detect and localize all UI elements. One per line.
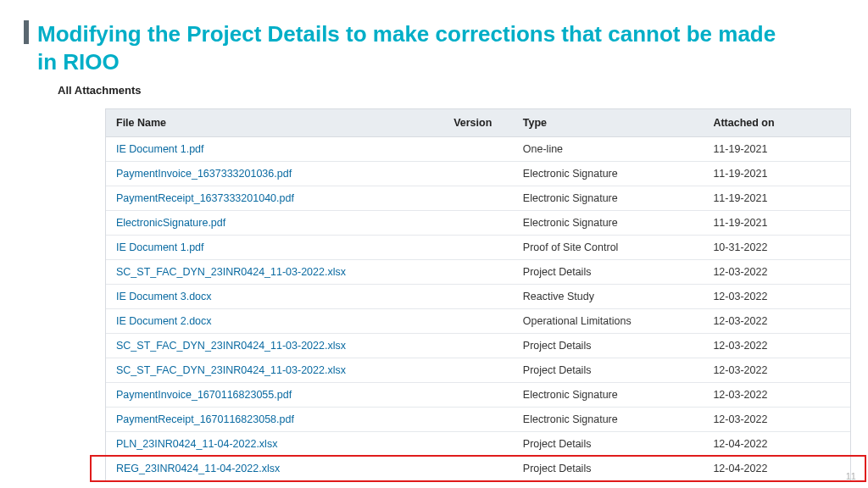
cell-version [443, 457, 513, 481]
file-link[interactable]: IE Document 1.pdf [116, 143, 204, 155]
table-row: SC_ST_FAC_DYN_23INR0424_11-03-2022.xlsxP… [106, 358, 850, 383]
cell-type: Electronic Signature [513, 162, 704, 186]
file-link[interactable]: SC_ST_FAC_DYN_23INR0424_11-03-2022.xlsx [116, 340, 346, 352]
cell-date: 11-19-2021 [703, 137, 850, 162]
col-header-file-name: File Name [106, 109, 443, 137]
file-link[interactable]: PLN_23INR0424_11-04-2022.xlsx [116, 438, 277, 450]
table-row: ElectronicSignature.pdfElectronic Signat… [106, 211, 850, 236]
table-row: IE Document 1.pdfProof of Site Control10… [106, 236, 850, 260]
title-accent-bar [24, 20, 29, 44]
table-row: SC_ST_FAC_DYN_23INR0424_11-03-2022.xlsxP… [106, 260, 850, 285]
page-number: 11 [846, 471, 856, 481]
cell-type: Electronic Signature [513, 408, 704, 432]
file-link[interactable]: SC_ST_FAC_DYN_23INR0424_11-03-2022.xlsx [116, 266, 346, 278]
cell-type: Reactive Study [513, 285, 704, 309]
cell-date: 12-03-2022 [703, 260, 850, 285]
cell-date: 12-03-2022 [703, 408, 850, 432]
cell-type: Proof of Site Control [513, 236, 704, 260]
file-link[interactable]: ElectronicSignature.pdf [116, 217, 225, 229]
table-row: IE Document 1.pdfOne-line11-19-2021 [106, 137, 850, 162]
cell-date: 12-03-2022 [703, 285, 850, 309]
cell-version [443, 211, 513, 236]
file-link[interactable]: PaymentReceipt_1637333201040.pdf [116, 192, 294, 204]
cell-date: 11-19-2021 [703, 211, 850, 236]
cell-version [443, 137, 513, 162]
file-link[interactable]: PaymentInvoice_1670116823055.pdf [116, 389, 292, 401]
cell-version [443, 162, 513, 186]
table-row: PLN_23INR0424_11-04-2022.xlsxProject Det… [106, 432, 850, 457]
table-row: IE Document 2.docxOperational Limitation… [106, 309, 850, 334]
cell-date: 12-03-2022 [703, 334, 850, 358]
col-header-attached-on: Attached on [703, 109, 850, 137]
cell-date: 12-03-2022 [703, 358, 850, 383]
cell-type: Electronic Signature [513, 186, 704, 211]
table-row: PaymentReceipt_1637333201040.pdfElectron… [106, 186, 850, 211]
table-row: PaymentInvoice_1670116823055.pdfElectron… [106, 383, 850, 408]
cell-type: Electronic Signature [513, 383, 704, 408]
cell-type: Project Details [513, 260, 704, 285]
table-row: PaymentInvoice_1637333201036.pdfElectron… [106, 162, 850, 186]
cell-version [443, 334, 513, 358]
cell-type: Project Details [513, 334, 704, 358]
section-label: All Attachments [58, 84, 141, 97]
cell-version [443, 260, 513, 285]
cell-type: Project Details [513, 432, 704, 457]
col-header-type: Type [513, 109, 704, 137]
cell-type: Electronic Signature [513, 211, 704, 236]
page-title: Modifying the Project Details to make co… [37, 20, 800, 75]
cell-version [443, 285, 513, 309]
cell-date: 12-03-2022 [703, 383, 850, 408]
table-row: REG_23INR0424_11-04-2022.xlsxProject Det… [106, 457, 850, 481]
cell-version [443, 432, 513, 457]
cell-date: 10-31-2022 [703, 236, 850, 260]
cell-version [443, 236, 513, 260]
file-link[interactable]: REG_23INR0424_11-04-2022.xlsx [116, 463, 280, 474]
file-link[interactable]: IE Document 2.docx [116, 315, 212, 327]
cell-date: 11-19-2021 [703, 162, 850, 186]
cell-version [443, 186, 513, 211]
cell-date: 12-04-2022 [703, 457, 850, 481]
table-row: PaymentReceipt_1670116823058.pdfElectron… [106, 408, 850, 432]
cell-type: One-line [513, 137, 704, 162]
file-link[interactable]: PaymentReceipt_1670116823058.pdf [116, 413, 294, 425]
file-link[interactable]: SC_ST_FAC_DYN_23INR0424_11-03-2022.xlsx [116, 364, 346, 376]
cell-type: Project Details [513, 457, 704, 481]
file-link[interactable]: IE Document 3.docx [116, 291, 212, 302]
cell-date: 11-19-2021 [703, 186, 850, 211]
file-link[interactable]: IE Document 1.pdf [116, 241, 204, 253]
cell-date: 12-03-2022 [703, 309, 850, 334]
col-header-version: Version [443, 109, 513, 137]
cell-type: Operational Limitations [513, 309, 704, 334]
attachments-table: File Name Version Type Attached on IE Do… [106, 109, 850, 480]
cell-date: 12-04-2022 [703, 432, 850, 457]
cell-version [443, 309, 513, 334]
cell-version [443, 358, 513, 383]
cell-version [443, 383, 513, 408]
attachments-table-container: File Name Version Type Attached on IE Do… [105, 108, 851, 481]
file-link[interactable]: PaymentInvoice_1637333201036.pdf [116, 168, 292, 180]
cell-version [443, 408, 513, 432]
table-row: SC_ST_FAC_DYN_23INR0424_11-03-2022.xlsxP… [106, 334, 850, 358]
table-row: IE Document 3.docxReactive Study12-03-20… [106, 285, 850, 309]
cell-type: Project Details [513, 358, 704, 383]
